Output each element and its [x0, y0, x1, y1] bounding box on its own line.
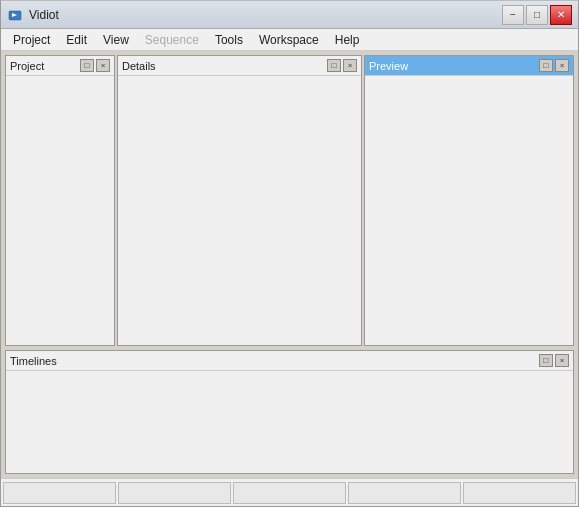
minimize-button[interactable]: −	[502, 5, 524, 25]
preview-panel-restore-btn[interactable]: □	[539, 59, 553, 72]
menu-workspace[interactable]: Workspace	[251, 31, 327, 49]
bottom-panels: Timelines □ ×	[1, 348, 578, 478]
menu-help[interactable]: Help	[327, 31, 368, 49]
project-panel-header: Project □ ×	[6, 56, 114, 76]
preview-panel-controls: □ ×	[539, 59, 569, 72]
project-panel-title: Project	[10, 60, 44, 72]
details-panel: Details □ ×	[117, 55, 362, 346]
taskbar-item-5	[463, 482, 576, 504]
top-panels: Project □ × Details □ ×	[1, 51, 578, 348]
taskbar-item-1	[3, 482, 116, 504]
preview-panel-content	[365, 76, 573, 345]
timelines-panel-title: Timelines	[10, 355, 57, 367]
menu-bar: Project Edit View Sequence Tools Workspa…	[1, 29, 578, 51]
taskbar-item-4	[348, 482, 461, 504]
details-panel-close-btn[interactable]: ×	[343, 59, 357, 72]
details-panel-controls: □ ×	[327, 59, 357, 72]
details-panel-title: Details	[122, 60, 156, 72]
menu-project[interactable]: Project	[5, 31, 58, 49]
timelines-panel-content	[6, 371, 573, 473]
menu-sequence: Sequence	[137, 31, 207, 49]
project-panel-restore-btn[interactable]: □	[80, 59, 94, 72]
taskbar-item-2	[118, 482, 231, 504]
timelines-panel-restore-btn[interactable]: □	[539, 354, 553, 367]
taskbar-item-3	[233, 482, 346, 504]
menu-edit[interactable]: Edit	[58, 31, 95, 49]
project-panel-controls: □ ×	[80, 59, 110, 72]
menu-view[interactable]: View	[95, 31, 137, 49]
project-panel: Project □ ×	[5, 55, 115, 346]
preview-panel: Preview □ ×	[364, 55, 574, 346]
timelines-panel-header: Timelines □ ×	[6, 351, 573, 371]
app-title: Vidiot	[29, 8, 502, 22]
app-icon	[7, 7, 23, 23]
main-content: Project □ × Details □ ×	[1, 51, 578, 506]
details-panel-content	[118, 76, 361, 345]
details-panel-restore-btn[interactable]: □	[327, 59, 341, 72]
title-bar-buttons: − □ ✕	[502, 5, 572, 25]
preview-panel-header: Preview □ ×	[365, 56, 573, 76]
title-bar: Vidiot − □ ✕	[1, 1, 578, 29]
menu-tools[interactable]: Tools	[207, 31, 251, 49]
project-panel-content	[6, 76, 114, 345]
close-button[interactable]: ✕	[550, 5, 572, 25]
restore-button[interactable]: □	[526, 5, 548, 25]
timelines-panel-controls: □ ×	[539, 354, 569, 367]
timelines-panel: Timelines □ ×	[5, 350, 574, 474]
taskbar	[1, 478, 578, 506]
details-panel-header: Details □ ×	[118, 56, 361, 76]
preview-panel-title: Preview	[369, 60, 408, 72]
timelines-panel-close-btn[interactable]: ×	[555, 354, 569, 367]
main-window: Vidiot − □ ✕ Project Edit View Sequence …	[0, 0, 579, 507]
project-panel-close-btn[interactable]: ×	[96, 59, 110, 72]
preview-panel-close-btn[interactable]: ×	[555, 59, 569, 72]
